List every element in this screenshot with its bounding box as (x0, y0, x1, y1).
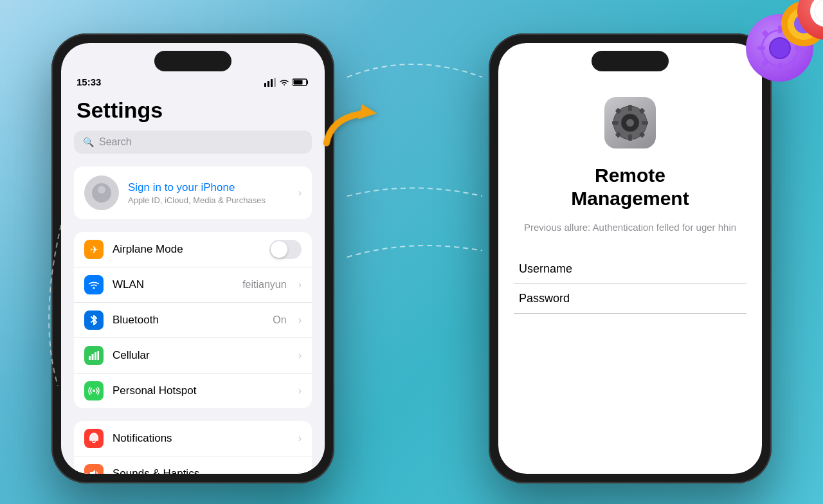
svg-rect-31 (628, 134, 632, 141)
svg-rect-32 (612, 121, 619, 125)
speaker-symbol (89, 469, 99, 474)
hotspot-symbol (88, 386, 100, 396)
cellular-icon (84, 346, 104, 365)
svg-rect-8 (89, 356, 91, 360)
list-item[interactable]: ✈ Airplane Mode (74, 232, 312, 267)
svg-rect-1 (264, 83, 266, 87)
airplane-mode-icon: ✈ (84, 240, 104, 259)
bluetooth-value: On (273, 314, 286, 326)
time-display: 15:33 (77, 76, 101, 87)
page-title: Settings (74, 98, 312, 123)
svg-point-12 (93, 390, 95, 392)
svg-point-7 (93, 287, 95, 289)
svg-rect-33 (642, 121, 648, 125)
row-label: WLAN (113, 278, 233, 291)
dynamic-island-right (592, 51, 669, 71)
hotspot-icon (84, 381, 104, 401)
chevron-right-icon: › (298, 314, 302, 326)
wlan-icon (84, 275, 104, 294)
svg-rect-2 (267, 81, 269, 87)
svg-marker-14 (90, 470, 95, 474)
search-icon: 🔍 (83, 137, 94, 147)
dynamic-island (154, 51, 231, 71)
svg-marker-0 (356, 102, 377, 120)
row-label: Sounds & Haptics (113, 467, 289, 474)
wifi-icon (279, 78, 289, 86)
row-label: Airplane Mode (113, 243, 260, 256)
password-label: Password (519, 292, 741, 305)
search-bar[interactable]: 🔍 Search (74, 130, 312, 154)
remote-mgmt-subtitle: Previous allure: Authentication felled f… (518, 221, 743, 234)
svg-rect-10 (95, 352, 96, 360)
airplane-mode-toggle[interactable] (269, 240, 302, 259)
direction-arrow (317, 94, 391, 166)
chevron-right-icon: › (298, 468, 302, 474)
list-item[interactable]: Sounds & Haptics › (74, 456, 312, 474)
wlan-value: feitianyun (242, 279, 287, 291)
battery-icon (293, 78, 309, 87)
chevron-right-icon: › (298, 350, 302, 361)
list-item[interactable]: Bluetooth On › (74, 303, 312, 338)
signal-icon (264, 78, 276, 87)
avatar-image (92, 183, 111, 203)
account-info: Sign in to your iPhone Apple ID, iCloud,… (128, 181, 289, 205)
svg-rect-9 (92, 354, 94, 360)
status-icons (264, 78, 309, 87)
bluetooth-symbol (89, 314, 98, 326)
svg-point-39 (626, 119, 634, 127)
svg-rect-6 (294, 80, 303, 84)
row-label: Notifications (113, 432, 289, 445)
notifications-group: Notifications › Sounds & Haptics › (74, 421, 312, 474)
connectivity-group: ✈ Airplane Mode WLAN (74, 232, 312, 408)
row-label: Bluetooth (113, 314, 264, 327)
svg-rect-20 (795, 46, 802, 50)
account-subtitle: Apple ID, iCloud, Media & Purchases (128, 195, 289, 205)
svg-rect-4 (274, 78, 276, 87)
account-row[interactable]: Sign in to your iPhone Apple ID, iCloud,… (74, 166, 312, 219)
sounds-icon (84, 464, 104, 474)
svg-point-25 (815, 0, 823, 22)
cellular-symbol (89, 351, 99, 360)
right-phone: RemoteManagement Previous allure: Authen… (489, 33, 772, 483)
decorative-gears (746, 1, 823, 72)
list-item[interactable]: Personal Hotspot › (74, 374, 312, 408)
bell-symbol (89, 433, 99, 444)
username-field-container[interactable]: Username (514, 255, 746, 284)
svg-rect-11 (98, 351, 100, 360)
list-item[interactable]: Cellular › (74, 338, 312, 374)
chevron-right-icon: › (298, 279, 302, 291)
svg-point-16 (770, 38, 790, 59)
row-label: Cellular (113, 349, 289, 362)
wifi-row-icon (88, 280, 100, 289)
chevron-right-icon: › (298, 187, 302, 199)
row-label: Personal Hotspot (113, 384, 289, 397)
search-placeholder: Search (99, 136, 132, 148)
settings-app-icon (604, 97, 656, 148)
remote-mgmt-title: RemoteManagement (571, 164, 689, 210)
clock-face (810, 0, 823, 27)
svg-rect-3 (271, 79, 273, 87)
svg-rect-19 (757, 46, 765, 50)
chevron-right-icon: › (298, 385, 302, 397)
clock-svg (813, 0, 823, 24)
list-item[interactable]: WLAN feitianyun › (74, 267, 312, 303)
remote-management-screen: RemoteManagement Previous allure: Authen… (498, 71, 762, 327)
avatar (84, 176, 119, 210)
username-label: Username (519, 262, 741, 276)
chevron-right-icon: › (298, 433, 302, 444)
password-field-container[interactable]: Password (514, 284, 746, 314)
status-bar: 15:33 (61, 71, 325, 87)
svg-rect-18 (778, 63, 782, 71)
left-phone: 15:33 (51, 33, 334, 483)
settings-gear-svg (611, 104, 649, 142)
bluetooth-icon (84, 310, 104, 330)
account-name: Sign in to your iPhone (128, 181, 289, 194)
list-item[interactable]: Notifications › (74, 421, 312, 456)
notifications-icon (84, 429, 104, 448)
svg-rect-30 (628, 105, 632, 111)
